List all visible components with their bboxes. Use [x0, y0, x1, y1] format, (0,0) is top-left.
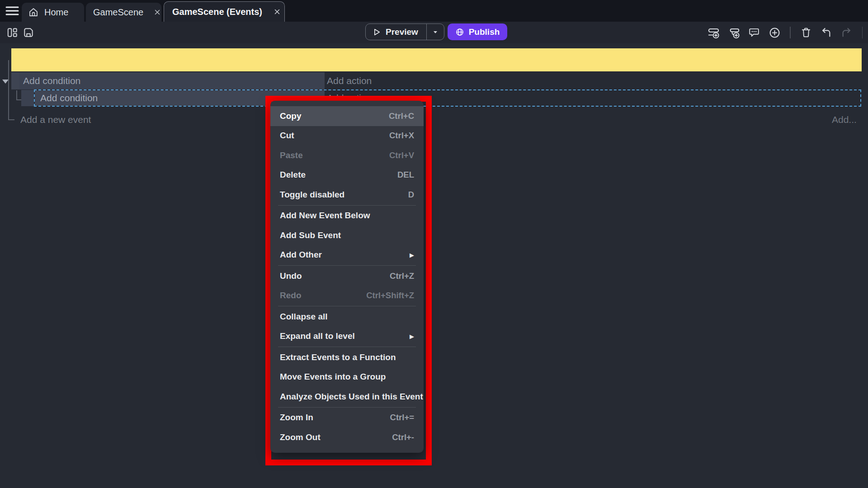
- menu-item-zoom-out[interactable]: Zoom OutCtrl+-: [270, 427, 424, 447]
- events-sheet: Add condition Add action Add condition A…: [0, 43, 868, 488]
- menu-item-move-events-into-a-group[interactable]: Move Events into a Group: [270, 367, 424, 387]
- menu-item-extract-events-to-a-function[interactable]: Extract Events to a Function: [270, 347, 424, 367]
- menu-item-shortcut: Ctrl+V: [389, 150, 414, 160]
- preview-split-button: Preview: [365, 23, 444, 40]
- home-icon: [28, 7, 39, 18]
- publish-button[interactable]: Publish: [448, 23, 507, 40]
- menu-item-add-sub-event[interactable]: Add Sub Event: [270, 225, 424, 245]
- redo-icon[interactable]: [840, 26, 853, 39]
- globe-icon: [455, 28, 464, 37]
- menu-item-shortcut: Ctrl+C: [389, 111, 414, 121]
- save-icon[interactable]: [22, 26, 35, 39]
- context-menu: CopyCtrl+CCutCtrl+XPasteCtrl+VDeleteDELT…: [270, 101, 424, 453]
- tab-gamescene-label: GameScene: [93, 7, 143, 18]
- tab-close-icon[interactable]: [272, 7, 282, 17]
- menu-item-add-new-event-below[interactable]: Add New Event Below: [270, 206, 424, 226]
- collapse-arrow-icon[interactable]: [2, 80, 9, 84]
- play-icon: [372, 28, 381, 37]
- menu-item-label: Cut: [280, 131, 389, 141]
- menu-item-delete[interactable]: DeleteDEL: [270, 165, 424, 185]
- toolbar: Preview Publish: [0, 22, 868, 43]
- menu-item-label: Analyze Objects Used in this Event: [280, 392, 423, 402]
- undo-icon[interactable]: [820, 26, 833, 39]
- submenu-arrow-icon: ▶: [410, 252, 414, 258]
- menu-divider: [278, 265, 416, 266]
- add-sub-event-icon[interactable]: [727, 26, 740, 39]
- tree-connector: [8, 119, 14, 120]
- hamburger-menu-icon[interactable]: [5, 5, 20, 17]
- menu-item-expand-all-to-level[interactable]: Expand all to level▶: [270, 327, 424, 347]
- add-new-event-link[interactable]: Add a new event: [20, 113, 91, 127]
- menu-item-redo[interactable]: RedoCtrl+Shift+Z: [270, 286, 424, 306]
- submenu-arrow-icon: ▶: [410, 333, 414, 340]
- tab-bar: Home GameScene GameScene (Events): [0, 0, 868, 22]
- toolbar-right-icons: [707, 22, 868, 43]
- event-gutter[interactable]: [21, 90, 34, 106]
- menu-item-copy[interactable]: CopyCtrl+C: [270, 106, 424, 126]
- add-action-row-1[interactable]: Add action: [327, 72, 372, 89]
- menu-item-shortcut: D: [408, 190, 414, 200]
- menu-item-label: Undo: [280, 271, 390, 281]
- add-condition-row-1[interactable]: Add condition: [19, 72, 325, 89]
- preview-dropdown-button[interactable]: [427, 24, 444, 40]
- menu-item-label: Redo: [280, 291, 366, 300]
- menu-item-shortcut: Ctrl+=: [390, 413, 414, 422]
- tab-close-icon[interactable]: [153, 7, 161, 17]
- menu-item-label: Extract Events to a Function: [280, 352, 414, 362]
- tab-gamescene-events[interactable]: GameScene (Events): [164, 1, 285, 22]
- tab-home[interactable]: Home: [22, 3, 84, 22]
- menu-item-paste[interactable]: PasteCtrl+V: [270, 145, 424, 165]
- tab-home-label: Home: [44, 7, 68, 18]
- menu-item-label: Add New Event Below: [280, 211, 414, 221]
- add-comment-icon[interactable]: [748, 26, 760, 39]
- menu-item-label: Zoom Out: [280, 432, 392, 442]
- menu-divider: [278, 306, 416, 306]
- menu-divider: [278, 205, 416, 206]
- menu-divider: [278, 407, 416, 408]
- menu-item-label: Add Other: [280, 250, 404, 260]
- menu-item-label: Copy: [280, 111, 389, 121]
- menu-item-label: Expand all to level: [280, 331, 404, 341]
- menu-item-analyze-objects-used-in-this-event[interactable]: Analyze Objects Used in this Event: [270, 387, 424, 407]
- menu-item-label: Add Sub Event: [280, 230, 414, 240]
- tree-connector: [16, 90, 17, 100]
- add-circle-icon[interactable]: [768, 26, 781, 39]
- menu-item-label: Move Events into a Group: [280, 372, 414, 382]
- tree-connector: [8, 60, 9, 120]
- event-gutter[interactable]: [11, 72, 19, 89]
- add-event-icon[interactable]: [707, 26, 720, 39]
- menu-item-shortcut: Ctrl+-: [392, 432, 414, 442]
- menu-item-label: Delete: [280, 170, 397, 180]
- trash-icon[interactable]: [800, 26, 812, 39]
- tab-gamescene[interactable]: GameScene: [86, 3, 161, 22]
- menu-item-shortcut: Ctrl+Shift+Z: [366, 291, 414, 300]
- menu-item-shortcut: DEL: [397, 170, 414, 180]
- menu-item-collapse-all[interactable]: Collapse all: [270, 307, 424, 327]
- menu-item-cut[interactable]: CutCtrl+X: [270, 126, 424, 146]
- menu-item-shortcut: Ctrl+X: [389, 131, 414, 141]
- toolbar-separator: [790, 27, 791, 38]
- menu-item-toggle-disabled[interactable]: Toggle disabledD: [270, 185, 424, 205]
- menu-item-zoom-in[interactable]: Zoom InCtrl+=: [270, 408, 424, 428]
- preview-button-label: Preview: [386, 27, 418, 37]
- menu-item-label: Paste: [280, 150, 389, 160]
- preview-button[interactable]: Preview: [366, 24, 426, 40]
- menu-item-add-other[interactable]: Add Other▶: [270, 245, 424, 265]
- tab-gamescene-events-label: GameScene (Events): [172, 7, 262, 17]
- menu-item-undo[interactable]: UndoCtrl+Z: [270, 266, 424, 286]
- menu-item-label: Collapse all: [280, 312, 414, 322]
- menu-divider: [278, 347, 416, 347]
- layout-panel-icon[interactable]: [6, 26, 19, 39]
- add-ellipsis-link[interactable]: Add...: [832, 113, 863, 127]
- menu-item-shortcut: Ctrl+Z: [390, 271, 414, 281]
- comment-event[interactable]: [11, 48, 862, 71]
- chevron-down-icon: [432, 28, 439, 36]
- menu-item-label: Zoom In: [280, 413, 390, 422]
- publish-button-label: Publish: [469, 27, 500, 37]
- menu-item-label: Toggle disabled: [280, 190, 408, 200]
- toolbar-separator: [862, 27, 863, 38]
